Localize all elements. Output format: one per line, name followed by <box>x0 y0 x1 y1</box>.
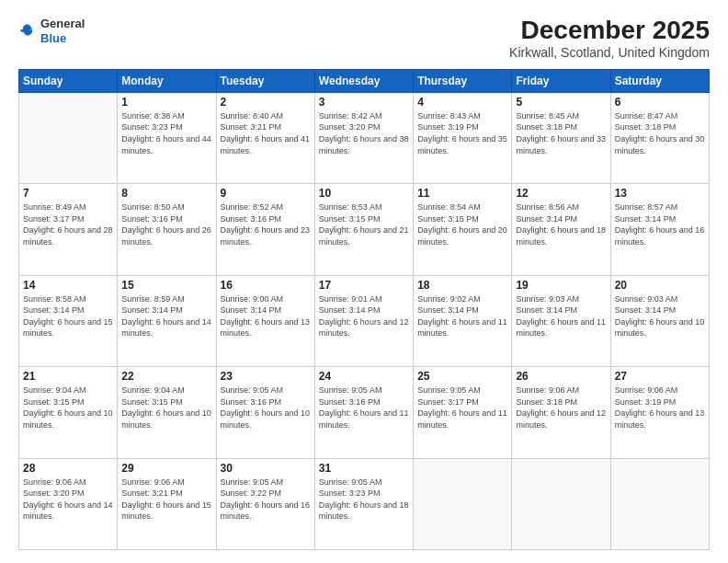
day-info: Sunrise: 9:04 AMSunset: 3:15 PMDaylight:… <box>23 385 113 431</box>
calendar-cell: 31Sunrise: 9:05 AMSunset: 3:23 PMDayligh… <box>314 458 413 549</box>
calendar-cell: 20Sunrise: 9:03 AMSunset: 3:14 PMDayligh… <box>610 275 709 366</box>
calendar-cell: 13Sunrise: 8:57 AMSunset: 3:14 PMDayligh… <box>610 184 709 275</box>
calendar-cell <box>414 458 512 549</box>
calendar-cell: 17Sunrise: 9:01 AMSunset: 3:14 PMDayligh… <box>314 275 413 366</box>
day-number: 12 <box>516 187 606 200</box>
calendar-cell: 25Sunrise: 9:05 AMSunset: 3:17 PMDayligh… <box>414 367 512 458</box>
day-info: Sunrise: 8:58 AMSunset: 3:14 PMDaylight:… <box>23 293 113 339</box>
day-number: 8 <box>121 187 211 200</box>
day-number: 14 <box>23 279 113 292</box>
calendar-cell: 14Sunrise: 8:58 AMSunset: 3:14 PMDayligh… <box>19 275 118 366</box>
calendar-header-row: SundayMondayTuesdayWednesdayThursdayFrid… <box>19 69 710 92</box>
calendar-cell: 3Sunrise: 8:42 AMSunset: 3:20 PMDaylight… <box>314 92 413 183</box>
day-info: Sunrise: 9:05 AMSunset: 3:16 PMDaylight:… <box>319 385 409 431</box>
day-info: Sunrise: 9:05 AMSunset: 3:17 PMDaylight:… <box>417 385 507 431</box>
calendar-cell: 29Sunrise: 9:06 AMSunset: 3:21 PMDayligh… <box>118 458 216 549</box>
day-info: Sunrise: 8:42 AMSunset: 3:20 PMDaylight:… <box>319 110 409 156</box>
calendar-cell: 22Sunrise: 9:04 AMSunset: 3:15 PMDayligh… <box>118 367 216 458</box>
logo-text: General Blue <box>40 17 85 45</box>
page-subtitle: Kirkwall, Scotland, United Kingdom <box>509 45 710 60</box>
page-title: December 2025 <box>509 17 710 45</box>
day-number: 2 <box>221 96 311 109</box>
day-number: 1 <box>121 96 211 109</box>
day-number: 16 <box>221 279 311 292</box>
day-number: 10 <box>319 187 409 200</box>
calendar-cell: 15Sunrise: 8:59 AMSunset: 3:14 PMDayligh… <box>118 275 216 366</box>
day-number: 9 <box>221 187 311 200</box>
calendar-cell: 10Sunrise: 8:53 AMSunset: 3:15 PMDayligh… <box>314 184 413 275</box>
day-info: Sunrise: 9:05 AMSunset: 3:22 PMDaylight:… <box>221 477 311 523</box>
day-info: Sunrise: 8:47 AMSunset: 3:18 PMDaylight:… <box>615 110 705 156</box>
day-info: Sunrise: 8:53 AMSunset: 3:15 PMDaylight:… <box>319 201 409 247</box>
day-info: Sunrise: 9:06 AMSunset: 3:20 PMDaylight:… <box>23 477 113 523</box>
day-info: Sunrise: 9:03 AMSunset: 3:14 PMDaylight:… <box>516 293 606 339</box>
title-block: December 2025 Kirkwall, Scotland, United… <box>509 17 710 60</box>
calendar-header-saturday: Saturday <box>610 69 709 92</box>
day-info: Sunrise: 9:02 AMSunset: 3:14 PMDaylight:… <box>417 293 507 339</box>
day-number: 7 <box>23 187 113 200</box>
calendar-cell: 6Sunrise: 8:47 AMSunset: 3:18 PMDaylight… <box>610 92 709 183</box>
calendar-week-2: 7Sunrise: 8:49 AMSunset: 3:17 PMDaylight… <box>19 184 710 275</box>
logo: General Blue <box>18 17 85 45</box>
day-number: 28 <box>23 462 113 475</box>
day-number: 17 <box>319 279 409 292</box>
day-number: 4 <box>417 96 507 109</box>
day-number: 6 <box>615 96 705 109</box>
day-number: 11 <box>417 187 507 200</box>
day-info: Sunrise: 9:06 AMSunset: 3:19 PMDaylight:… <box>615 385 705 431</box>
page: General Blue December 2025 Kirkwall, Sco… <box>0 0 728 563</box>
day-number: 5 <box>516 96 606 109</box>
day-info: Sunrise: 9:06 AMSunset: 3:18 PMDaylight:… <box>516 385 606 431</box>
day-number: 24 <box>319 370 409 383</box>
calendar-header-monday: Monday <box>118 69 216 92</box>
day-number: 15 <box>121 279 211 292</box>
calendar-cell: 5Sunrise: 8:45 AMSunset: 3:18 PMDaylight… <box>512 92 610 183</box>
day-number: 26 <box>516 370 606 383</box>
day-info: Sunrise: 8:54 AMSunset: 3:15 PMDaylight:… <box>417 201 507 247</box>
day-info: Sunrise: 8:40 AMSunset: 3:21 PMDaylight:… <box>221 110 311 156</box>
calendar-week-4: 21Sunrise: 9:04 AMSunset: 3:15 PMDayligh… <box>19 367 710 458</box>
calendar-cell: 11Sunrise: 8:54 AMSunset: 3:15 PMDayligh… <box>414 184 512 275</box>
calendar-cell: 18Sunrise: 9:02 AMSunset: 3:14 PMDayligh… <box>414 275 512 366</box>
day-number: 27 <box>615 370 705 383</box>
calendar-header-friday: Friday <box>512 69 610 92</box>
day-number: 22 <box>121 370 211 383</box>
day-info: Sunrise: 9:01 AMSunset: 3:14 PMDaylight:… <box>319 293 409 339</box>
calendar-cell: 19Sunrise: 9:03 AMSunset: 3:14 PMDayligh… <box>512 275 610 366</box>
calendar-week-3: 14Sunrise: 8:58 AMSunset: 3:14 PMDayligh… <box>19 275 710 366</box>
day-info: Sunrise: 8:49 AMSunset: 3:17 PMDaylight:… <box>23 201 113 247</box>
day-number: 20 <box>615 279 705 292</box>
day-number: 29 <box>121 462 211 475</box>
day-number: 25 <box>417 370 507 383</box>
day-number: 18 <box>417 279 507 292</box>
calendar-cell <box>512 458 610 549</box>
calendar-cell: 27Sunrise: 9:06 AMSunset: 3:19 PMDayligh… <box>610 367 709 458</box>
calendar-table: SundayMondayTuesdayWednesdayThursdayFrid… <box>18 69 710 550</box>
day-info: Sunrise: 8:52 AMSunset: 3:16 PMDaylight:… <box>221 201 311 247</box>
day-number: 31 <box>319 462 409 475</box>
day-info: Sunrise: 9:05 AMSunset: 3:16 PMDaylight:… <box>221 385 311 431</box>
calendar-header-wednesday: Wednesday <box>314 69 413 92</box>
calendar-cell: 26Sunrise: 9:06 AMSunset: 3:18 PMDayligh… <box>512 367 610 458</box>
day-number: 13 <box>615 187 705 200</box>
calendar-cell: 16Sunrise: 9:00 AMSunset: 3:14 PMDayligh… <box>216 275 314 366</box>
calendar-header-thursday: Thursday <box>414 69 512 92</box>
calendar-cell: 8Sunrise: 8:50 AMSunset: 3:16 PMDaylight… <box>118 184 216 275</box>
calendar-cell: 7Sunrise: 8:49 AMSunset: 3:17 PMDaylight… <box>19 184 118 275</box>
calendar-cell: 21Sunrise: 9:04 AMSunset: 3:15 PMDayligh… <box>19 367 118 458</box>
logo-icon <box>18 22 37 40</box>
calendar-cell: 2Sunrise: 8:40 AMSunset: 3:21 PMDaylight… <box>216 92 314 183</box>
day-info: Sunrise: 8:59 AMSunset: 3:14 PMDaylight:… <box>121 293 211 339</box>
calendar-cell: 1Sunrise: 8:38 AMSunset: 3:23 PMDaylight… <box>118 92 216 183</box>
day-number: 30 <box>221 462 311 475</box>
day-info: Sunrise: 8:50 AMSunset: 3:16 PMDaylight:… <box>121 201 211 247</box>
calendar-cell: 30Sunrise: 9:05 AMSunset: 3:22 PMDayligh… <box>216 458 314 549</box>
day-info: Sunrise: 9:04 AMSunset: 3:15 PMDaylight:… <box>121 385 211 431</box>
calendar-cell: 4Sunrise: 8:43 AMSunset: 3:19 PMDaylight… <box>414 92 512 183</box>
calendar-cell: 23Sunrise: 9:05 AMSunset: 3:16 PMDayligh… <box>216 367 314 458</box>
calendar-cell: 12Sunrise: 8:56 AMSunset: 3:14 PMDayligh… <box>512 184 610 275</box>
calendar-cell: 28Sunrise: 9:06 AMSunset: 3:20 PMDayligh… <box>19 458 118 549</box>
day-number: 19 <box>516 279 606 292</box>
calendar-cell <box>19 92 118 183</box>
day-info: Sunrise: 9:03 AMSunset: 3:14 PMDaylight:… <box>615 293 705 339</box>
